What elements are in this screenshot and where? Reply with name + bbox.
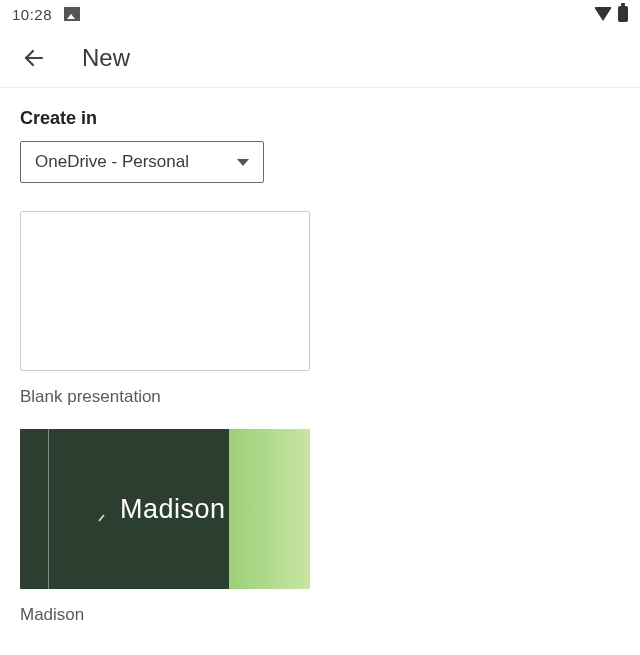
arrow-left-icon <box>22 46 46 70</box>
template-madison: Madison Madison <box>20 429 312 625</box>
template-thumb-text: Madison <box>120 494 226 525</box>
template-label: Blank presentation <box>20 387 312 407</box>
picture-icon <box>64 7 80 21</box>
accent-icon <box>98 508 110 510</box>
chevron-down-icon <box>237 159 249 166</box>
dropdown-selected: OneDrive - Personal <box>35 152 189 172</box>
status-time: 10:28 <box>12 6 52 23</box>
create-in-dropdown[interactable]: OneDrive - Personal <box>20 141 264 183</box>
back-button[interactable] <box>20 44 48 72</box>
templates-list: Blank presentation Madison Madison <box>20 211 620 625</box>
battery-icon <box>618 6 628 22</box>
template-thumb-madison[interactable]: Madison <box>20 429 310 589</box>
template-label: Madison <box>20 605 312 625</box>
create-in-label: Create in <box>20 108 620 129</box>
content-area: Create in OneDrive - Personal Blank pres… <box>0 88 640 655</box>
app-header: New <box>0 28 640 88</box>
page-title: New <box>82 44 130 72</box>
status-bar: 10:28 <box>0 0 640 28</box>
wifi-icon <box>594 7 612 21</box>
template-blank: Blank presentation <box>20 211 312 407</box>
template-thumb-blank[interactable] <box>20 211 310 371</box>
